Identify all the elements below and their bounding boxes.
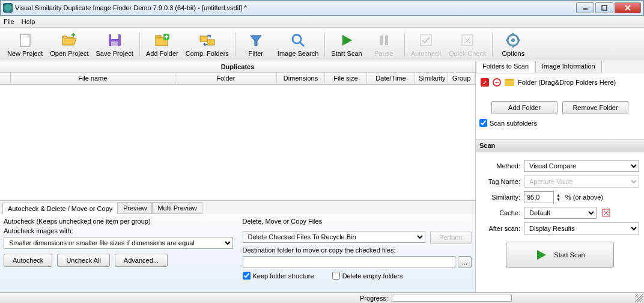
options-button[interactable]: Options: [495, 29, 531, 60]
svg-rect-7: [111, 34, 118, 39]
window-title: Visual Similarity Duplicate Image Finder…: [15, 4, 576, 11]
folder-placeholder-text: Folder (Drag&Drop Folders Here): [518, 79, 616, 86]
dest-folder-input[interactable]: [243, 256, 455, 268]
new-project-icon: [17, 32, 34, 49]
svg-rect-1: [602, 5, 607, 10]
duplicates-header: Duplicates: [0, 61, 475, 73]
svg-rect-19: [421, 35, 431, 46]
tab-image-information[interactable]: Image Information: [535, 61, 602, 73]
tab-autocheck[interactable]: Autocheck & Delete / Move or Copy: [2, 203, 118, 214]
svg-rect-13: [207, 40, 214, 45]
column-filesize[interactable]: File size: [325, 73, 367, 84]
dest-label: Destination folder to move or copy the c…: [243, 246, 472, 254]
include-check-icon[interactable]: ✓: [481, 78, 489, 87]
open-project-button[interactable]: Open Project: [46, 29, 92, 60]
play-icon: [338, 32, 355, 49]
delmove-title: Delete, Move or Copy Files: [243, 218, 472, 225]
tag-label: Tag Name:: [481, 178, 520, 185]
column-similarity[interactable]: Similarity: [415, 73, 448, 84]
folder-icon: [505, 79, 514, 86]
tab-folders-to-scan[interactable]: Folders to Scan: [476, 61, 535, 73]
start-scan-big-button[interactable]: Start Scan: [506, 242, 614, 268]
progress-label: Progress:: [360, 295, 388, 302]
delete-empty-checkbox[interactable]: Delete empty folders: [332, 272, 403, 280]
pause-button[interactable]: Pause: [366, 29, 402, 60]
tab-preview[interactable]: Preview: [118, 202, 152, 214]
similarity-suffix: % (or above): [565, 194, 603, 201]
menu-bar: File Help: [0, 16, 644, 28]
clear-cache-icon[interactable]: [601, 208, 611, 218]
menu-file[interactable]: File: [4, 18, 14, 25]
resize-grip[interactable]: [635, 294, 643, 302]
scan-subfolders-checkbox[interactable]: Scan subfolders: [479, 119, 537, 127]
autocheck-icon: [418, 32, 434, 49]
toolbar: New Project Open Project Save Project Ad…: [0, 28, 644, 61]
duplicates-table-body[interactable]: [0, 85, 475, 200]
column-dimensions[interactable]: Dimensions: [277, 73, 325, 84]
gear-icon: [505, 32, 521, 49]
perform-button[interactable]: Perform: [430, 231, 472, 244]
delmove-action-select[interactable]: Delete Checked Files To Recycle Bin: [243, 231, 425, 243]
save-project-button[interactable]: Save Project: [93, 29, 137, 60]
after-scan-label: After scan:: [481, 225, 520, 232]
add-folder-panel-button[interactable]: Add Folder: [491, 101, 557, 114]
remove-folder-button[interactable]: Remove Folder: [562, 101, 628, 114]
filter-button[interactable]: Filter: [238, 29, 274, 60]
add-folder-icon: [154, 32, 171, 49]
tag-select: Aperture Value: [524, 176, 639, 188]
quick-check-button[interactable]: Quick Check: [445, 29, 490, 60]
advanced-button[interactable]: Advanced...: [115, 254, 168, 267]
window-titlebar: Visual Similarity Duplicate Image Finder…: [0, 0, 644, 16]
method-label: Method:: [481, 162, 520, 170]
save-icon: [106, 32, 123, 49]
menu-help[interactable]: Help: [22, 18, 35, 25]
method-select[interactable]: Visual Compare: [524, 160, 639, 172]
column-folder[interactable]: Folder: [175, 73, 277, 84]
app-icon: [3, 3, 13, 13]
autocheck-button[interactable]: Autocheck: [407, 29, 445, 60]
svg-marker-30: [537, 250, 546, 260]
column-check[interactable]: [0, 73, 11, 84]
keep-structure-checkbox[interactable]: Keep folder structure: [243, 272, 314, 280]
image-search-button[interactable]: Image Search: [274, 29, 322, 60]
scan-section-header: Scan: [476, 139, 644, 152]
autocheck-criterion-select[interactable]: Smaller dimensions or smaller file sizes…: [4, 237, 233, 249]
cache-select[interactable]: Default: [524, 207, 597, 219]
after-scan-select[interactable]: Display Results: [524, 222, 639, 234]
exclude-icon[interactable]: –: [493, 78, 501, 87]
folder-list-item[interactable]: ✓ – Folder (Drag&Drop Folders Here): [479, 77, 640, 88]
svg-marker-16: [342, 35, 352, 46]
svg-rect-17: [380, 35, 383, 45]
svg-rect-12: [200, 36, 207, 41]
similarity-label: Similarity:: [481, 194, 520, 201]
svg-point-22: [511, 38, 515, 42]
autocheck-with-label: Autocheck images with:: [4, 227, 233, 234]
uncheck-all-button[interactable]: Uncheck All: [57, 254, 109, 267]
svg-rect-8: [111, 41, 118, 46]
minimize-button[interactable]: [576, 2, 594, 13]
svg-rect-18: [385, 35, 388, 45]
quick-check-icon: [459, 32, 476, 49]
tab-multi-preview[interactable]: Multi Preview: [152, 202, 202, 214]
start-scan-button[interactable]: Start Scan: [327, 29, 365, 60]
svg-rect-10: [156, 35, 161, 38]
play-icon: [535, 248, 548, 262]
new-project-button[interactable]: New Project: [4, 29, 46, 60]
similarity-input[interactable]: [524, 191, 554, 203]
autocheck-desc: Autocheck (Keeps unchecked one item per …: [4, 218, 233, 225]
progress-track: [392, 295, 512, 302]
autocheck-run-button[interactable]: Autocheck: [4, 254, 52, 267]
browse-button[interactable]: ...: [458, 256, 472, 268]
column-group[interactable]: Group: [448, 73, 475, 84]
filter-icon: [248, 32, 264, 49]
open-folder-icon: [61, 32, 77, 49]
pause-icon: [375, 32, 392, 49]
column-filename[interactable]: File name: [11, 73, 175, 84]
add-folder-button[interactable]: Add Folder: [142, 29, 182, 60]
column-datetime[interactable]: Date/Time: [367, 73, 415, 84]
close-button[interactable]: [615, 2, 641, 13]
comp-folders-button[interactable]: Comp. Folders: [182, 29, 232, 60]
compare-folders-icon: [199, 32, 216, 49]
maximize-button[interactable]: [595, 2, 613, 13]
status-bar: Progress:: [0, 292, 644, 303]
